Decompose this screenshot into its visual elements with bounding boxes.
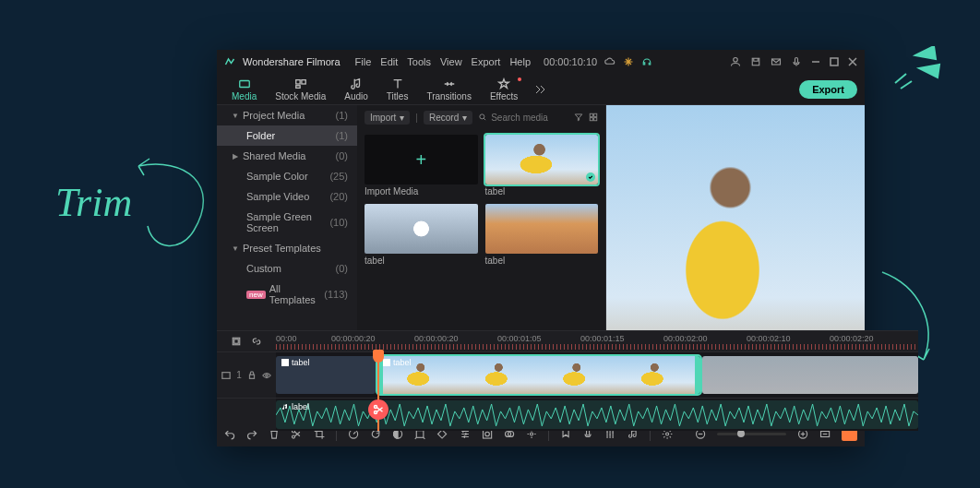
maximize-button[interactable] [830, 57, 839, 66]
svg-point-41 [266, 374, 269, 376]
svg-point-2 [734, 58, 738, 63]
sidebar-shared-media[interactable]: ▶Shared Media(0) [217, 146, 357, 166]
svg-point-29 [531, 433, 533, 435]
minimize-button[interactable] [811, 57, 820, 66]
media-thumb-1[interactable]: tabel [485, 135, 599, 196]
svg-rect-8 [296, 79, 300, 83]
menubar: File Edit Tools View Export Help [355, 56, 531, 67]
track-lock-icon[interactable] [247, 371, 257, 380]
svg-rect-5 [795, 58, 798, 64]
menu-file[interactable]: File [355, 56, 372, 67]
tabs-more-icon[interactable] [532, 82, 547, 97]
svg-point-31 [665, 433, 668, 435]
video-clip-1[interactable]: tabel [276, 356, 376, 394]
timeline-lock-icon[interactable] [231, 336, 242, 347]
sidebar-preset-templates[interactable]: ▼Preset Templates [217, 238, 357, 258]
menu-tools[interactable]: Tools [407, 56, 431, 67]
import-media-tile[interactable]: +Import Media [365, 135, 478, 196]
search-media[interactable]: Search media [478, 113, 568, 123]
cloud-icon[interactable] [604, 56, 615, 67]
record-dropdown[interactable]: Record▾ [424, 111, 472, 125]
app-name: Wondershare Filmora [243, 56, 341, 67]
svg-rect-15 [594, 118, 597, 121]
main-tabs: Media Stock Media Audio Titles Transitio… [217, 74, 865, 105]
export-button[interactable]: Export [799, 80, 857, 99]
import-dropdown[interactable]: Import▾ [365, 111, 410, 125]
svg-point-37 [375, 406, 377, 409]
sidebar-sample-green[interactable]: Sample Green Screen(10) [217, 207, 357, 238]
media-thumb-2[interactable]: tabel [365, 204, 478, 266]
headset-icon[interactable] [641, 56, 652, 67]
mail-icon[interactable] [771, 56, 782, 67]
timeline: 00:00 00:00:00:20 00:00:00:20 00:00:01:0… [217, 330, 918, 431]
audio-track-1: label [217, 398, 918, 431]
menu-help[interactable]: Help [509, 56, 531, 67]
titlebar: Wondershare Filmora File Edit Tools View… [217, 50, 865, 74]
svg-rect-14 [590, 118, 592, 121]
svg-point-21 [293, 435, 295, 438]
trim-scissors-icon[interactable] [368, 399, 388, 420]
trim-callout: Trim [55, 179, 132, 226]
svg-rect-12 [590, 113, 592, 116]
svg-rect-39 [222, 372, 230, 378]
sidebar-custom[interactable]: Custom(0) [217, 258, 357, 279]
track-video-icon [221, 371, 231, 380]
filter-icon[interactable] [574, 113, 583, 122]
video-clip-3[interactable] [702, 356, 918, 394]
video-clip-2-selected[interactable]: tabel [377, 356, 700, 394]
timeline-link-icon[interactable] [251, 336, 262, 347]
save-icon[interactable] [750, 56, 761, 67]
media-thumb-3[interactable]: tabel [485, 204, 599, 266]
video-track-1: 1 tabel tabel [217, 351, 918, 398]
svg-rect-7 [239, 80, 249, 87]
close-button[interactable] [848, 57, 857, 66]
zoom-slider[interactable] [717, 433, 786, 435]
svg-rect-25 [483, 430, 491, 438]
svg-rect-24 [416, 431, 424, 438]
clip-trim-handle-right[interactable] [695, 356, 700, 394]
svg-rect-40 [249, 375, 254, 378]
tab-titles[interactable]: Titles [379, 76, 416, 103]
svg-rect-42 [281, 359, 289, 366]
sidebar-all-templates[interactable]: newAll Templates(113) [217, 279, 357, 310]
titlebar-timecode: 00:00:10:10 [544, 56, 597, 67]
grid-view-icon[interactable] [589, 113, 598, 122]
svg-line-1 [901, 81, 912, 89]
decorative-burst [888, 46, 943, 92]
svg-rect-36 [234, 339, 239, 344]
mic-icon[interactable] [791, 56, 802, 67]
svg-rect-9 [302, 79, 305, 83]
svg-rect-6 [831, 58, 838, 65]
menu-edit[interactable]: Edit [380, 56, 398, 67]
tab-stock-media[interactable]: Stock Media [268, 76, 333, 103]
sparkle-icon[interactable] [623, 56, 634, 67]
svg-rect-43 [383, 359, 390, 366]
sidebar-project-media[interactable]: ▼Project Media(1) [217, 105, 357, 125]
svg-rect-13 [594, 113, 597, 116]
svg-point-38 [375, 411, 377, 414]
sidebar-folder[interactable]: Folder(1) [217, 125, 357, 146]
menu-export[interactable]: Export [472, 56, 501, 67]
track-visibility-icon[interactable] [262, 371, 271, 380]
timeline-ruler[interactable]: 00:00 00:00:00:20 00:00:00:20 00:00:01:0… [276, 331, 918, 351]
svg-point-26 [484, 432, 489, 436]
tab-audio[interactable]: Audio [337, 76, 376, 103]
svg-point-11 [480, 114, 484, 119]
sidebar-sample-video[interactable]: Sample Video(20) [217, 186, 357, 207]
user-icon[interactable] [730, 56, 741, 67]
track-number: 1 [236, 370, 242, 380]
menu-view[interactable]: View [440, 56, 462, 67]
app-logo-icon [224, 56, 235, 67]
svg-line-0 [895, 74, 906, 83]
svg-rect-10 [296, 85, 300, 88]
tab-effects[interactable]: Effects [483, 76, 525, 103]
tab-transitions[interactable]: Transitions [419, 76, 479, 103]
sidebar-sample-color[interactable]: Sample Color(25) [217, 166, 357, 186]
tab-media[interactable]: Media [224, 76, 264, 103]
